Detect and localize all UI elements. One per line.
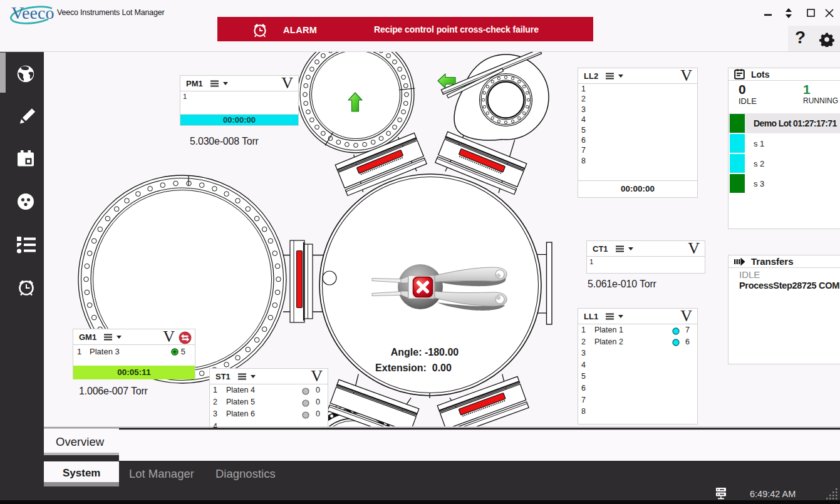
svg-text:Veeco: Veeco [11, 3, 54, 23]
